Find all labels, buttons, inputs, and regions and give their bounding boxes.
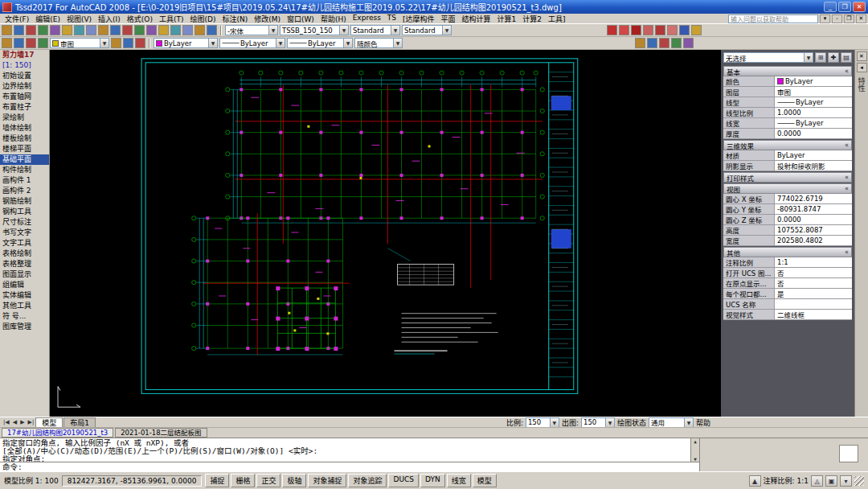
zoom-realtime-icon[interactable] xyxy=(158,25,169,35)
sidebar-item-13[interactable]: 画构件 2 xyxy=(0,186,49,196)
property-value[interactable]: ———ByLayer xyxy=(775,97,852,108)
file-tab-0[interactable]: 17#幼儿园结构图20190521_t3 xyxy=(2,428,113,438)
layer-dropdown[interactable]: 审图▼ xyxy=(50,38,109,48)
autohide-palette-button[interactable]: ◂ xyxy=(857,63,867,72)
color-dropdown[interactable]: ByLayer▼ xyxy=(154,38,218,48)
draw-status-dropdown[interactable]: 通用▼ xyxy=(649,417,694,428)
font-style-dropdown[interactable]: -宋体▼ xyxy=(225,25,278,35)
menu-item-16[interactable]: 计算1 xyxy=(494,14,520,24)
menu-item-17[interactable]: 计算2 xyxy=(519,14,545,24)
sidebar-item-14[interactable]: 钢筋绘制 xyxy=(0,196,49,207)
annotation-scale-label[interactable]: 注释比例: 1:1 xyxy=(764,475,809,486)
sidebar-item-3[interactable]: 边界绘制 xyxy=(0,81,49,92)
dropdown-arrow-icon[interactable]: ▼ xyxy=(804,53,813,62)
sidebar-item-15[interactable]: 钢构工具 xyxy=(0,207,49,217)
region-icon[interactable] xyxy=(671,38,682,48)
restore-button[interactable]: ❐ xyxy=(838,2,851,12)
plot-scale-dropdown[interactable]: 150▼ xyxy=(581,417,615,428)
sidebar-item-20[interactable]: 表格整理 xyxy=(0,259,49,269)
property-value[interactable]: 0.0000 xyxy=(775,215,852,225)
sidebar-item-21[interactable]: 图面显示 xyxy=(0,269,49,280)
dropdown-arrow-icon[interactable]: ▼ xyxy=(391,26,399,35)
menu-item-7[interactable]: 标注(N) xyxy=(219,14,251,24)
menu-item-0[interactable]: 文件(F) xyxy=(2,14,32,24)
sidebar-item-25[interactable]: 符 号... xyxy=(0,311,49,322)
sidebar-item-7[interactable]: 墙体绘制 xyxy=(0,123,49,134)
help-search-input[interactable]: 输入问题以获取帮助 xyxy=(728,14,818,23)
menu-item-14[interactable]: 平面 xyxy=(438,14,459,24)
text-style-dropdown[interactable]: Standard▼ xyxy=(350,25,400,35)
layer-current-icon[interactable] xyxy=(26,38,36,48)
mdi-restore-button[interactable]: ❐ xyxy=(844,14,854,23)
minimize-button[interactable]: _ xyxy=(824,2,837,12)
sidebar-item-8[interactable]: 楼板绘制 xyxy=(0,134,49,144)
toggle-极轴[interactable]: 极轴 xyxy=(282,474,306,487)
section-header[interactable]: 其他« xyxy=(723,247,852,257)
sidebar-item-22[interactable]: 组编辑 xyxy=(0,280,49,290)
property-value[interactable]: -80931.8747 xyxy=(775,204,852,215)
sidebar-item-11[interactable]: 构件绘制 xyxy=(0,165,49,175)
plotstyle-dropdown[interactable]: 随颜色▼ xyxy=(354,38,403,48)
select-objects-button[interactable]: ✚ xyxy=(828,52,839,63)
menu-item-9[interactable]: 窗口(W) xyxy=(284,14,317,24)
menu-item-4[interactable]: 格式(O) xyxy=(124,14,156,24)
tssd-slab-icon[interactable] xyxy=(667,25,678,35)
group-icon[interactable] xyxy=(683,38,694,48)
zoom-window-icon[interactable] xyxy=(170,25,181,35)
sidebar-item-5[interactable]: 布置柱子 xyxy=(0,102,49,113)
section-chevron-icon[interactable]: « xyxy=(845,142,849,149)
layer-off-icon[interactable] xyxy=(111,38,121,48)
section-chevron-icon[interactable]: « xyxy=(845,249,849,256)
property-value[interactable]: ———ByLayer xyxy=(775,118,852,129)
property-value[interactable]: 是 xyxy=(775,289,852,299)
property-value[interactable]: 二维线框 xyxy=(775,310,852,320)
command-prompt[interactable]: 命令: xyxy=(0,462,699,471)
lineweight-dropdown[interactable]: ——— ByLayer▼ xyxy=(287,38,353,48)
menu-item-10[interactable]: 帮助(H) xyxy=(317,14,350,24)
tab-nav-next-icon[interactable]: ▶ xyxy=(18,419,26,425)
property-value[interactable]: 投射和接收阴影 xyxy=(775,161,852,171)
toggle-捕捉[interactable]: 捕捉 xyxy=(205,474,229,487)
dropdown-arrow-icon[interactable]: ▼ xyxy=(393,39,402,47)
menu-item-12[interactable]: TS xyxy=(384,14,399,24)
property-value[interactable]: 107552.8087 xyxy=(775,225,852,236)
layer-properties-icon[interactable] xyxy=(2,38,12,48)
dropdown-arrow-icon[interactable]: ▼ xyxy=(442,26,451,35)
property-value[interactable]: 否 xyxy=(775,278,852,289)
dropdown-arrow-icon[interactable]: ▼ xyxy=(339,26,348,35)
tssd-column-icon[interactable] xyxy=(643,25,653,35)
sidebar-item-16[interactable]: 尺寸标注 xyxy=(0,217,49,228)
menu-item-3[interactable]: 插入(I) xyxy=(95,14,124,24)
toggle-DYN[interactable]: DYN xyxy=(420,474,445,487)
property-value[interactable] xyxy=(775,299,852,310)
layer-previous-icon[interactable] xyxy=(38,38,48,48)
dropdown-arrow-icon[interactable]: ▼ xyxy=(550,418,559,427)
menu-item-5[interactable]: 工具(T) xyxy=(156,14,187,24)
dropdown-arrow-icon[interactable]: ▼ xyxy=(268,26,277,35)
dropdown-arrow-icon[interactable]: ▼ xyxy=(605,418,614,427)
designcenter-icon[interactable] xyxy=(207,25,217,35)
close-button[interactable]: ✕ xyxy=(853,2,866,12)
table-style-dropdown[interactable]: Standard▼ xyxy=(402,25,452,35)
toggle-DUCS[interactable]: DUCS xyxy=(388,474,419,487)
menu-item-2[interactable]: 视图(V) xyxy=(63,14,95,24)
tab-nav-prev-icon[interactable]: ◀ xyxy=(11,419,18,425)
toggle-pickadd-button[interactable]: ⊞ xyxy=(815,52,826,63)
property-value[interactable]: 0.0000 xyxy=(775,129,852,139)
scroll-down-icon[interactable]: ▼ xyxy=(691,456,699,462)
menu-item-13[interactable]: [达摩构件 xyxy=(399,14,438,24)
match-properties-icon[interactable] xyxy=(110,25,121,35)
undo-icon[interactable] xyxy=(122,25,133,35)
property-value[interactable]: ByLayer xyxy=(775,76,852,87)
qnew-icon[interactable] xyxy=(2,25,12,35)
tab-nav-first-icon[interactable]: |◀ xyxy=(2,419,11,425)
drawing-canvas[interactable] xyxy=(50,50,721,417)
toolbar-lock-icon[interactable]: ▣ xyxy=(825,475,837,487)
menu-item-1[interactable]: 编辑(E) xyxy=(32,14,63,24)
draworder-icon[interactable] xyxy=(635,38,645,48)
property-value[interactable]: 1.0000 xyxy=(775,108,852,118)
menu-item-15[interactable]: 结构计算 xyxy=(459,14,494,24)
section-chevron-icon[interactable]: « xyxy=(845,174,849,181)
plot-preview-icon[interactable] xyxy=(50,25,60,35)
copy-icon[interactable] xyxy=(86,25,96,35)
